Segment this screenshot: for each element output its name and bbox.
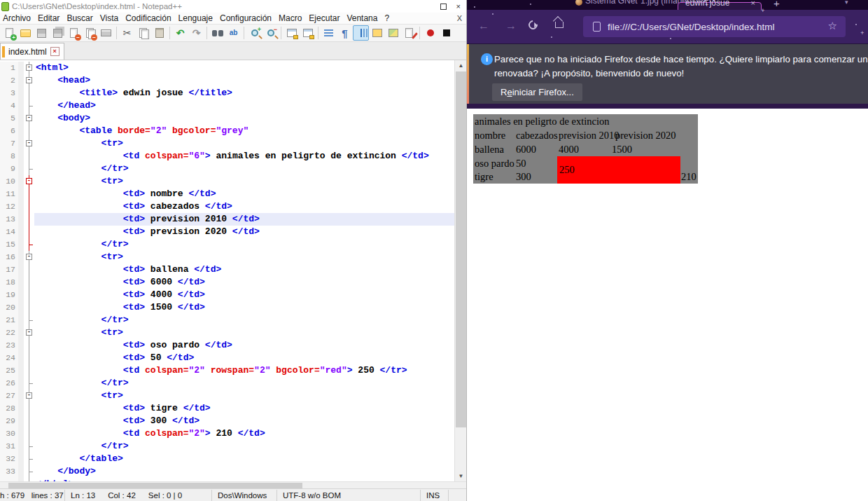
tab-close-icon[interactable]: × — [751, 0, 755, 7]
code-text[interactable]: <td> 1500 </td> — [34, 301, 454, 314]
tab-index-html[interactable]: index.html × — [0, 43, 64, 60]
fold-collapse-icon[interactable]: - — [26, 329, 32, 336]
bookmark-margin[interactable] — [18, 314, 24, 327]
bookmark-margin[interactable] — [18, 440, 24, 453]
fold-margin[interactable] — [24, 440, 34, 453]
code-line-21[interactable]: 21 </tr> — [0, 314, 454, 327]
url-bar[interactable]: file:///C:/Users/GNet/Desktop/index.html… — [583, 16, 846, 37]
bookmark-margin[interactable] — [18, 339, 24, 352]
doc-map-icon[interactable] — [385, 25, 401, 41]
code-line-15[interactable]: 15 </tr> — [0, 238, 454, 251]
fold-margin[interactable]: - — [24, 62, 34, 74]
undo-icon[interactable]: ↶ — [172, 25, 188, 41]
maximize-button[interactable] — [440, 4, 447, 10]
bookmark-margin[interactable] — [18, 62, 24, 74]
bookmark-margin[interactable] — [18, 200, 24, 213]
code-line-30[interactable]: 30 <td colspan="2"> 210 </td> — [0, 427, 454, 440]
home-icon[interactable] — [555, 22, 564, 28]
bookmark-margin[interactable] — [18, 364, 24, 377]
code-text[interactable]: <table borde="2" bgcolor="grey" — [34, 125, 454, 137]
fold-collapse-icon[interactable]: - — [26, 64, 32, 71]
bookmark-margin[interactable] — [18, 213, 24, 226]
fold-margin[interactable]: - — [24, 74, 34, 87]
fold-margin[interactable] — [24, 415, 34, 427]
menu-item-vista[interactable]: Vista — [96, 13, 122, 23]
fold-margin[interactable]: - — [24, 175, 34, 188]
fold-margin[interactable] — [24, 238, 34, 251]
fold-margin[interactable]: - — [24, 112, 34, 125]
code-text[interactable]: </tr> — [34, 314, 454, 327]
menu-item-editar[interactable]: Editar — [34, 13, 64, 23]
back-icon[interactable]: ← — [478, 20, 489, 32]
save-all-icon[interactable] — [50, 25, 66, 41]
menu-close-icon[interactable]: X — [457, 14, 462, 22]
code-text[interactable]: <td colspan="2" rowspan="2" bgcolor="red… — [34, 364, 454, 377]
menu-item-buscar[interactable]: Buscar — [62, 13, 97, 23]
fold-collapse-icon[interactable]: - — [26, 392, 32, 399]
code-text[interactable]: </tr> — [34, 163, 454, 175]
code-line-6[interactable]: 6 <table borde="2" bgcolor="grey" — [0, 125, 454, 137]
code-text[interactable]: <tr> — [34, 137, 454, 150]
restart-firefox-button[interactable]: Reiniciar Firefox... — [492, 83, 582, 101]
code-line-11[interactable]: 11 <td> nombre </td> — [0, 188, 454, 200]
fold-margin[interactable] — [24, 188, 34, 200]
bookmark-margin[interactable] — [18, 188, 24, 200]
bookmark-margin[interactable] — [18, 301, 24, 314]
close-button[interactable]: × — [456, 2, 461, 11]
menu-item-lenguaje[interactable]: Lenguaje — [174, 13, 217, 23]
bookmark-margin[interactable] — [18, 465, 24, 478]
fold-margin[interactable] — [24, 301, 34, 314]
new-file-icon[interactable]: + — [1, 25, 18, 41]
code-text[interactable]: <head> — [34, 74, 454, 87]
fold-margin[interactable] — [24, 226, 34, 238]
code-line-23[interactable]: 23 <td> oso pardo </td> — [0, 339, 454, 352]
code-text[interactable]: <td> cabezados </td> — [34, 200, 454, 213]
bookmark-margin[interactable] — [18, 377, 24, 390]
word-wrap-icon[interactable] — [321, 25, 337, 41]
bookmark-margin[interactable] — [18, 289, 24, 301]
bookmark-margin[interactable] — [18, 390, 24, 402]
code-text[interactable]: <td> 300 </td> — [34, 415, 454, 427]
copy-icon[interactable] — [135, 25, 151, 41]
fold-margin[interactable] — [24, 200, 34, 213]
menu-item-macro[interactable]: Macro — [274, 13, 306, 23]
sync-vertical-icon[interactable] — [284, 25, 300, 41]
fold-margin[interactable]: - — [24, 327, 34, 339]
code-text[interactable]: <html> — [34, 62, 454, 74]
bookmark-margin[interactable] — [18, 402, 24, 415]
scroll-up-icon[interactable]: ▲ — [455, 60, 466, 71]
bookmark-margin[interactable] — [18, 251, 24, 263]
redo-icon[interactable]: ↷ — [188, 25, 204, 41]
fold-margin[interactable] — [24, 213, 34, 226]
horizontal-scrollbar[interactable] — [0, 481, 466, 488]
code-area[interactable]: 1-<html>2- <head>3 <title> edwin josue <… — [0, 60, 454, 481]
fold-margin[interactable] — [24, 465, 34, 478]
code-line-25[interactable]: 25 <td colspan="2" rowspan="2" bgcolor="… — [0, 364, 454, 377]
code-line-12[interactable]: 12 <td> cabezados </td> — [0, 200, 454, 213]
tab-close-icon[interactable]: × — [50, 47, 59, 56]
code-line-20[interactable]: 20 <td> 1500 </td> — [0, 301, 454, 314]
fold-margin[interactable] — [24, 427, 34, 440]
bookmark-margin[interactable] — [18, 263, 24, 276]
menu-item-ejecutar[interactable]: Ejecutar — [304, 13, 344, 23]
list-all-tabs-icon[interactable]: ▾ — [845, 0, 848, 6]
code-line-18[interactable]: 18 <td> 6000 </td> — [0, 276, 454, 289]
forward-icon[interactable]: → — [505, 20, 517, 32]
code-line-29[interactable]: 29 <td> 300 </td> — [0, 415, 454, 427]
fold-margin[interactable]: - — [24, 251, 34, 263]
code-text[interactable]: </tr> — [34, 377, 454, 390]
fold-collapse-icon[interactable]: - — [26, 77, 32, 83]
bookmark-margin[interactable] — [18, 137, 24, 150]
fold-collapse-icon[interactable]: - — [26, 140, 32, 146]
code-line-4[interactable]: 4 </head> — [0, 99, 454, 112]
code-text[interactable]: <td> 4000 </td> — [34, 289, 454, 301]
code-text[interactable]: <body> — [34, 112, 454, 125]
code-text[interactable]: <tr> — [34, 327, 454, 339]
bookmark-margin[interactable] — [18, 125, 24, 137]
code-text[interactable]: </table> — [34, 453, 454, 465]
code-line-8[interactable]: 8 <td colspan="6"> animales en peligrto … — [0, 150, 454, 163]
code-text[interactable]: <td> oso pardo </td> — [34, 339, 454, 352]
fold-margin[interactable] — [24, 87, 34, 99]
menu-item-configuracin[interactable]: Configuración — [216, 13, 276, 23]
menu-item-codificacin[interactable]: Codificación — [121, 13, 175, 23]
